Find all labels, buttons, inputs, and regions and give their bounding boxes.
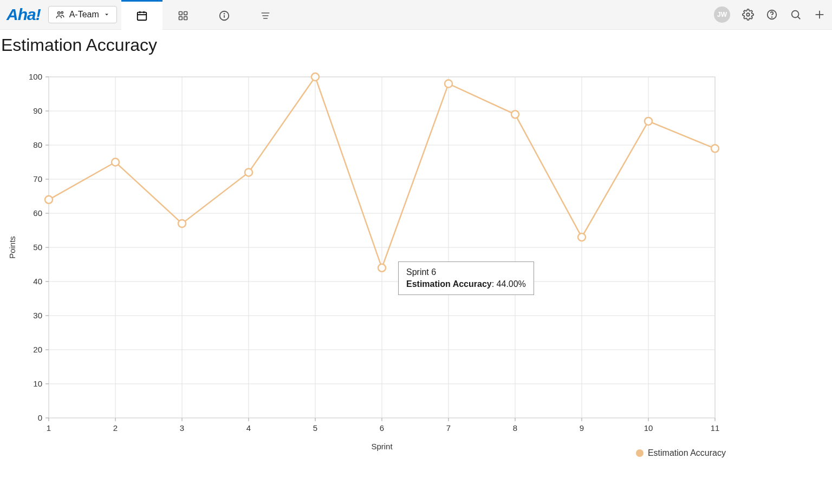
svg-point-1 bbox=[61, 12, 63, 14]
svg-rect-7 bbox=[184, 11, 187, 15]
svg-text:5: 5 bbox=[313, 423, 317, 433]
add-icon[interactable] bbox=[814, 9, 826, 21]
svg-point-12 bbox=[224, 13, 224, 14]
svg-rect-2 bbox=[138, 12, 147, 20]
svg-point-95 bbox=[245, 168, 252, 176]
svg-rect-6 bbox=[179, 11, 182, 15]
nav-calendar[interactable] bbox=[121, 0, 162, 30]
bars-icon bbox=[260, 10, 271, 21]
svg-text:70: 70 bbox=[33, 174, 42, 184]
svg-text:40: 40 bbox=[33, 277, 42, 286]
caret-down-icon bbox=[103, 11, 110, 18]
svg-text:90: 90 bbox=[33, 106, 42, 115]
svg-text:60: 60 bbox=[33, 208, 42, 218]
estimation-accuracy-chart: 01020304050607080901001234567891011Sprin… bbox=[5, 61, 726, 461]
page-body: Estimation Accuracy 01020304050607080901… bbox=[0, 30, 832, 461]
svg-text:11: 11 bbox=[711, 423, 720, 433]
svg-text:Points: Points bbox=[8, 236, 17, 259]
svg-point-92 bbox=[45, 196, 53, 204]
svg-rect-9 bbox=[184, 16, 187, 19]
svg-text:6: 6 bbox=[380, 423, 384, 433]
team-switcher[interactable]: A-Team bbox=[48, 6, 117, 23]
svg-text:2: 2 bbox=[113, 423, 118, 433]
svg-point-97 bbox=[378, 264, 386, 272]
svg-point-16 bbox=[746, 13, 750, 16]
svg-point-98 bbox=[445, 80, 452, 88]
svg-point-96 bbox=[311, 73, 319, 81]
svg-point-18 bbox=[772, 17, 772, 17]
info-icon bbox=[218, 10, 230, 22]
svg-text:1: 1 bbox=[47, 423, 51, 433]
svg-point-100 bbox=[578, 233, 586, 241]
svg-point-19 bbox=[792, 11, 799, 18]
svg-text:10: 10 bbox=[644, 423, 653, 433]
svg-point-102 bbox=[711, 145, 719, 152]
chart-legend: Estimation Accuracy bbox=[636, 448, 726, 458]
svg-text:50: 50 bbox=[33, 243, 42, 252]
svg-point-99 bbox=[511, 110, 519, 118]
svg-text:0: 0 bbox=[38, 413, 42, 422]
nav-info[interactable] bbox=[204, 0, 245, 30]
svg-point-93 bbox=[112, 159, 119, 166]
grid-icon bbox=[178, 10, 188, 21]
search-icon[interactable] bbox=[790, 9, 802, 21]
svg-text:7: 7 bbox=[446, 423, 451, 433]
svg-text:20: 20 bbox=[33, 345, 42, 354]
settings-icon[interactable] bbox=[742, 9, 754, 21]
legend-series-label: Estimation Accuracy bbox=[648, 448, 726, 458]
page-title: Estimation Accuracy bbox=[0, 35, 832, 55]
svg-text:100: 100 bbox=[29, 72, 42, 81]
team-switcher-label: A-Team bbox=[69, 10, 99, 19]
svg-point-101 bbox=[645, 117, 652, 125]
svg-text:80: 80 bbox=[33, 140, 42, 149]
toolbar-right: JW bbox=[714, 6, 826, 23]
svg-text:30: 30 bbox=[33, 311, 42, 320]
svg-point-94 bbox=[178, 220, 186, 227]
svg-rect-8 bbox=[179, 16, 182, 19]
team-icon bbox=[55, 10, 65, 19]
svg-text:3: 3 bbox=[180, 423, 184, 433]
help-icon[interactable] bbox=[766, 9, 778, 21]
nav-tabs bbox=[121, 0, 286, 30]
svg-line-20 bbox=[798, 17, 801, 19]
nav-reports[interactable] bbox=[245, 0, 286, 30]
calendar-icon bbox=[136, 10, 148, 22]
legend-swatch-icon bbox=[636, 449, 644, 457]
user-avatar[interactable]: JW bbox=[714, 6, 730, 23]
svg-text:9: 9 bbox=[580, 423, 584, 433]
svg-point-0 bbox=[57, 12, 60, 15]
svg-text:Sprint: Sprint bbox=[371, 442, 393, 451]
chart-container: 01020304050607080901001234567891011Sprin… bbox=[5, 61, 726, 461]
brand-logo: Aha! bbox=[6, 5, 41, 24]
nav-workspaces[interactable] bbox=[162, 0, 204, 30]
svg-text:10: 10 bbox=[33, 379, 42, 388]
top-toolbar: Aha! A-Team bbox=[0, 0, 832, 30]
svg-text:8: 8 bbox=[513, 423, 517, 433]
svg-text:4: 4 bbox=[246, 423, 251, 433]
